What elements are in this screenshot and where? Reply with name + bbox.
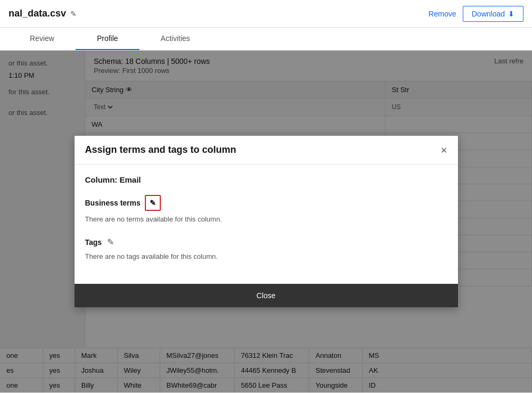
business-terms-label: Business terms [85, 199, 141, 207]
header-right: Remove Download ⬇ [429, 6, 523, 22]
download-icon: ⬇ [508, 10, 514, 18]
modal-overlay: Assign terms and tags to column × Column… [0, 51, 532, 392]
modal-close-button[interactable]: × [441, 145, 447, 155]
tab-activities[interactable]: Activities [140, 28, 211, 50]
modal-close-footer-button[interactable]: Close [75, 284, 458, 307]
tags-section-header: Tags ✎ [85, 236, 447, 248]
tags-edit-icon: ✎ [107, 238, 114, 247]
tab-profile[interactable]: Profile [76, 28, 140, 50]
no-terms-text: There are no terms available for this co… [85, 215, 447, 223]
tags-section: Tags ✎ There are no tags available for t… [85, 236, 447, 260]
modal-footer: Close [75, 284, 458, 307]
no-tags-text: There are no tags available for this col… [85, 252, 447, 260]
modal-title: Assign terms and tags to column [85, 144, 236, 155]
tags-edit-button[interactable]: ✎ [106, 236, 115, 248]
tabs-bar: Review Profile Activities [0, 28, 532, 51]
tags-label: Tags [85, 238, 102, 247]
tab-review[interactable]: Review [9, 28, 76, 50]
remove-button[interactable]: Remove [429, 10, 456, 18]
app-header: nal_data.csv ✎ Remove Download ⬇ [0, 0, 532, 28]
business-terms-edit-icon: ✎ [150, 199, 156, 207]
business-terms-edit-button[interactable]: ✎ [145, 195, 161, 211]
filename-edit-icon[interactable]: ✎ [70, 10, 77, 18]
main-content: or this asset. 1:10 PM for this asset. o… [0, 51, 532, 392]
business-terms-section-header: Business terms ✎ [85, 195, 447, 211]
modal-header: Assign terms and tags to column × [75, 136, 458, 165]
assign-terms-modal: Assign terms and tags to column × Column… [75, 136, 458, 307]
download-button[interactable]: Download ⬇ [463, 6, 523, 22]
download-label: Download [472, 10, 505, 18]
modal-body: Column: Email Business terms ✎ There are… [75, 165, 458, 284]
header-left: nal_data.csv ✎ [9, 8, 77, 19]
column-label: Column: Email [85, 175, 447, 184]
filename-title: nal_data.csv [9, 8, 66, 19]
